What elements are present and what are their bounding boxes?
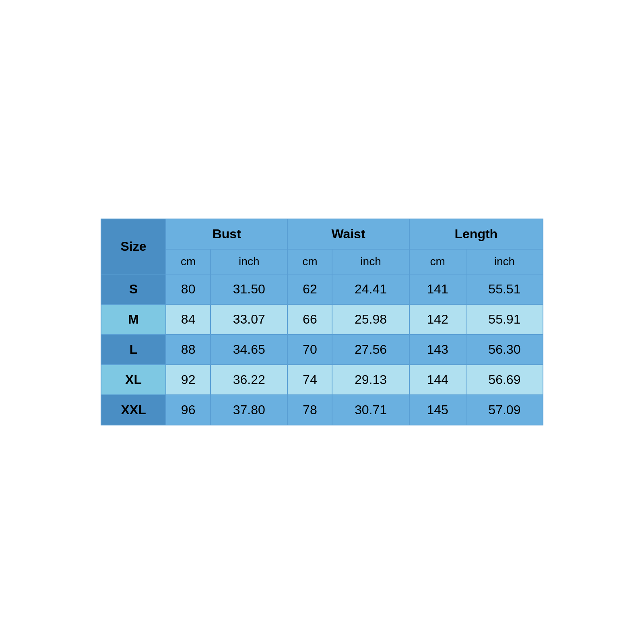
- size-label: M: [101, 304, 166, 334]
- waist-cm-value: 74: [287, 365, 332, 395]
- size-label: L: [101, 334, 166, 365]
- bust-cm-value: 88: [166, 334, 211, 365]
- bust-inch-value: 34.65: [211, 334, 287, 365]
- waist-inch-value: 25.98: [332, 304, 409, 334]
- size-chart-container: Size Bust Waist Length cm inch cm inch c…: [101, 219, 543, 425]
- size-chart-table: Size Bust Waist Length cm inch cm inch c…: [101, 219, 543, 425]
- bust-inch-header: inch: [211, 249, 287, 274]
- bust-inch-value: 37.80: [211, 395, 287, 425]
- length-group-header: Length: [409, 219, 543, 249]
- size-column-header: Size: [101, 219, 166, 274]
- size-label: XXL: [101, 395, 166, 425]
- length-inch-value: 56.30: [466, 334, 543, 365]
- bust-cm-value: 84: [166, 304, 211, 334]
- table-row: L 88 34.65 70 27.56 143 56.30: [101, 334, 543, 365]
- waist-inch-value: 24.41: [332, 274, 409, 304]
- waist-cm-value: 70: [287, 334, 332, 365]
- length-cm-value: 145: [409, 395, 466, 425]
- bust-inch-value: 31.50: [211, 274, 287, 304]
- bust-group-header: Bust: [166, 219, 287, 249]
- waist-inch-value: 27.56: [332, 334, 409, 365]
- length-inch-value: 55.51: [466, 274, 543, 304]
- length-cm-value: 144: [409, 365, 466, 395]
- bust-cm-value: 92: [166, 365, 211, 395]
- waist-cm-value: 78: [287, 395, 332, 425]
- length-inch-header: inch: [466, 249, 543, 274]
- waist-inch-value: 30.71: [332, 395, 409, 425]
- bust-cm-header: cm: [166, 249, 211, 274]
- size-label: XL: [101, 365, 166, 395]
- bust-cm-value: 96: [166, 395, 211, 425]
- waist-cm-value: 66: [287, 304, 332, 334]
- bust-inch-value: 33.07: [211, 304, 287, 334]
- table-row: XXL 96 37.80 78 30.71 145 57.09: [101, 395, 543, 425]
- length-inch-value: 57.09: [466, 395, 543, 425]
- waist-inch-header: inch: [332, 249, 409, 274]
- bust-inch-value: 36.22: [211, 365, 287, 395]
- table-row: M 84 33.07 66 25.98 142 55.91: [101, 304, 543, 334]
- waist-cm-header: cm: [287, 249, 332, 274]
- length-inch-value: 55.91: [466, 304, 543, 334]
- length-cm-value: 141: [409, 274, 466, 304]
- size-label: S: [101, 274, 166, 304]
- bust-cm-value: 80: [166, 274, 211, 304]
- table-row: XL 92 36.22 74 29.13 144 56.69: [101, 365, 543, 395]
- waist-inch-value: 29.13: [332, 365, 409, 395]
- waist-cm-value: 62: [287, 274, 332, 304]
- length-inch-value: 56.69: [466, 365, 543, 395]
- length-cm-value: 142: [409, 304, 466, 334]
- length-cm-header: cm: [409, 249, 466, 274]
- length-cm-value: 143: [409, 334, 466, 365]
- table-row: S 80 31.50 62 24.41 141 55.51: [101, 274, 543, 304]
- waist-group-header: Waist: [287, 219, 409, 249]
